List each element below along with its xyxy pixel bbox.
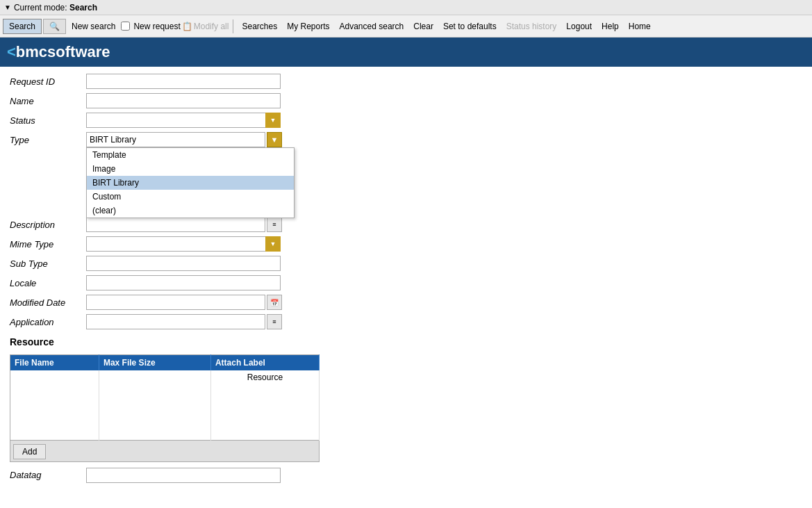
name-row: Name: [10, 93, 802, 108]
sub-type-input[interactable]: [86, 256, 281, 271]
home-button[interactable]: Home: [624, 19, 655, 33]
application-group: ≡: [86, 314, 282, 329]
description-input-group: ≡: [86, 217, 282, 232]
name-label: Name: [10, 96, 86, 106]
application-label: Application: [10, 317, 86, 327]
name-input[interactable]: [86, 93, 281, 108]
status-history-button[interactable]: Status history: [502, 19, 561, 33]
advanced-search-button[interactable]: Advanced search: [335, 19, 408, 33]
resource-table-body: Resource: [10, 370, 320, 440]
resource-table-container: File Name Max File Size Attach Label Res…: [10, 354, 802, 462]
description-input[interactable]: [86, 217, 265, 232]
cell-file-name: [10, 370, 99, 440]
datatag-label: Datatag: [10, 470, 86, 480]
type-option-template[interactable]: Template: [87, 148, 294, 162]
resource-section-title-row: Resource: [10, 334, 802, 350]
table-row: Resource: [10, 370, 320, 440]
col-header-file-name: File Name: [10, 355, 99, 371]
cell-attach-label: Resource: [210, 370, 319, 440]
mime-type-row: Mime Type: [10, 236, 802, 252]
application-row: Application ≡: [10, 314, 802, 329]
request-id-row: Request ID: [10, 74, 802, 89]
col-header-attach-label: Attach Label: [210, 355, 319, 371]
mode-bar-arrow: ▼: [4, 3, 11, 11]
mime-type-label: Mime Type: [10, 239, 86, 249]
mode-bar-mode: Search: [69, 3, 97, 13]
modified-date-group: 📅: [86, 295, 282, 310]
locale-row: Locale: [10, 275, 802, 290]
resource-footer: Add: [10, 441, 320, 462]
mime-type-select-wrapper: [86, 236, 281, 252]
datatag-row: Datatag: [10, 468, 802, 483]
col-header-max-file-size: Max File Size: [99, 355, 210, 371]
bmc-suffix: software: [47, 43, 110, 60]
searches-button[interactable]: Searches: [238, 19, 281, 33]
type-label: Type: [10, 135, 86, 145]
toolbar: Search 🔍 New search New request 📋 Modify…: [0, 15, 812, 38]
mime-type-select[interactable]: [86, 236, 281, 252]
request-id-input[interactable]: [86, 74, 281, 89]
main-content: Request ID Name Status Type ▼ Template I…: [0, 67, 812, 494]
cell-max-file-size: [99, 370, 210, 440]
sub-type-row: Sub Type: [10, 256, 802, 271]
new-request-checkbox[interactable]: [121, 22, 130, 31]
bmc-angle: <: [7, 43, 16, 60]
separator-1: [233, 19, 233, 33]
status-select-wrapper: [86, 113, 281, 128]
search-icon-btn[interactable]: 🔍: [43, 19, 66, 34]
bmc-brand: bmc: [16, 43, 47, 60]
description-icon-btn[interactable]: ≡: [267, 217, 282, 232]
resource-table-head: File Name Max File Size Attach Label: [10, 355, 320, 371]
status-select[interactable]: [86, 113, 281, 128]
set-defaults-button[interactable]: Set to defaults: [439, 19, 501, 33]
my-reports-button[interactable]: My Reports: [283, 19, 333, 33]
type-option-image[interactable]: Image: [87, 162, 294, 176]
resource-table: File Name Max File Size Attach Label Res…: [10, 354, 320, 441]
datatag-input[interactable]: [86, 468, 281, 483]
locale-label: Locale: [10, 278, 86, 288]
bmc-logo: <bmcsoftware: [7, 43, 110, 61]
bmc-header: <bmcsoftware: [0, 38, 812, 67]
request-id-label: Request ID: [10, 76, 86, 87]
modified-date-label: Modified Date: [10, 297, 86, 308]
type-option-custom[interactable]: Custom: [87, 190, 294, 204]
type-dropdown-container: ▼ Template Image BIRT Library Custom (cl…: [86, 132, 282, 147]
type-row: Type ▼ Template Image BIRT Library Custo…: [10, 132, 802, 147]
search-button[interactable]: Search: [3, 19, 42, 34]
application-input[interactable]: [86, 314, 265, 329]
mode-bar-label: Current mode:: [14, 3, 67, 13]
type-dropdown-btn[interactable]: ▼: [267, 132, 282, 147]
new-search-button[interactable]: New search: [67, 19, 119, 33]
description-label: Description: [10, 220, 86, 230]
mode-bar: ▼ Current mode: Search: [0, 0, 812, 15]
application-icon-btn[interactable]: ≡: [267, 314, 282, 329]
logout-button[interactable]: Logout: [562, 19, 596, 33]
status-label: Status: [10, 115, 86, 126]
clear-button[interactable]: Clear: [409, 19, 438, 33]
description-row: Description ≡: [10, 217, 802, 232]
add-button[interactable]: Add: [13, 444, 46, 459]
resource-section-title: Resource: [10, 336, 54, 347]
modified-date-calendar-btn[interactable]: 📅: [267, 295, 282, 310]
status-row: Status: [10, 113, 802, 128]
modify-all-label: 📋 Modify all: [182, 22, 229, 31]
type-dropdown-list: Template Image BIRT Library Custom (clea…: [86, 147, 295, 218]
sub-type-label: Sub Type: [10, 259, 86, 269]
help-button[interactable]: Help: [597, 19, 623, 33]
type-option-clear[interactable]: (clear): [87, 204, 294, 218]
type-option-birt-library[interactable]: BIRT Library: [87, 176, 294, 190]
new-request-label: New request: [121, 22, 180, 31]
modified-date-row: Modified Date 📅: [10, 295, 802, 310]
modified-date-input[interactable]: [86, 295, 265, 310]
type-input[interactable]: [86, 132, 265, 147]
locale-input[interactable]: [86, 275, 281, 290]
type-input-row: ▼: [86, 132, 282, 147]
resource-table-header-row: File Name Max File Size Attach Label: [10, 355, 320, 371]
